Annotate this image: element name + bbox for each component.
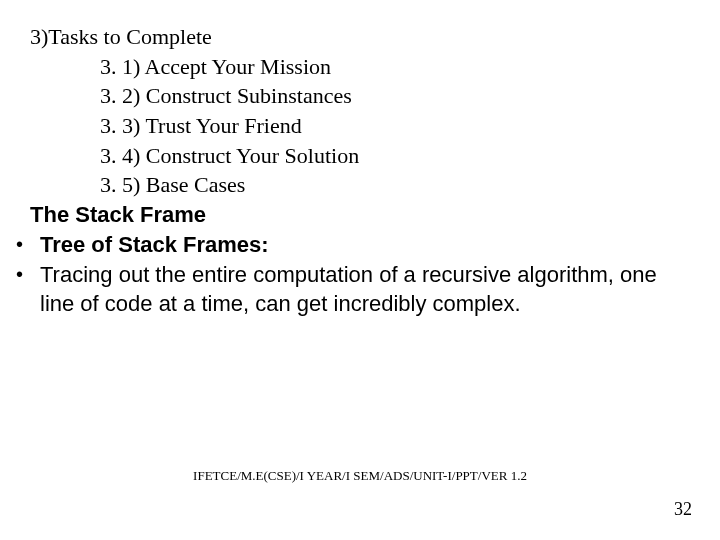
bullet-item: • Tracing out the entire computation of …	[0, 260, 720, 319]
bullet-item: • Tree of Stack Frames:	[0, 230, 720, 260]
page-number: 32	[674, 499, 692, 520]
footer-text: IFETCE/M.E(CSE)/I YEAR/I SEM/ADS/UNIT-I/…	[0, 468, 720, 484]
bullet-text: Tracing out the entire computation of a …	[40, 260, 720, 319]
slide: 3)Tasks to Complete 3. 1) Accept Your Mi…	[0, 0, 720, 540]
bullet-dot-icon: •	[0, 260, 40, 289]
bullet-dot-icon: •	[0, 230, 40, 259]
task-item: 3. 3) Trust Your Friend	[0, 111, 720, 141]
task-item: 3. 5) Base Cases	[0, 170, 720, 200]
task-item: 3. 2) Construct Subinstances	[0, 81, 720, 111]
task-item: 3. 1) Accept Your Mission	[0, 52, 720, 82]
subheading: The Stack Frame	[0, 200, 720, 230]
section-heading: 3)Tasks to Complete	[0, 22, 720, 52]
bullet-text: Tree of Stack Frames:	[40, 230, 720, 260]
task-item: 3. 4) Construct Your Solution	[0, 141, 720, 171]
